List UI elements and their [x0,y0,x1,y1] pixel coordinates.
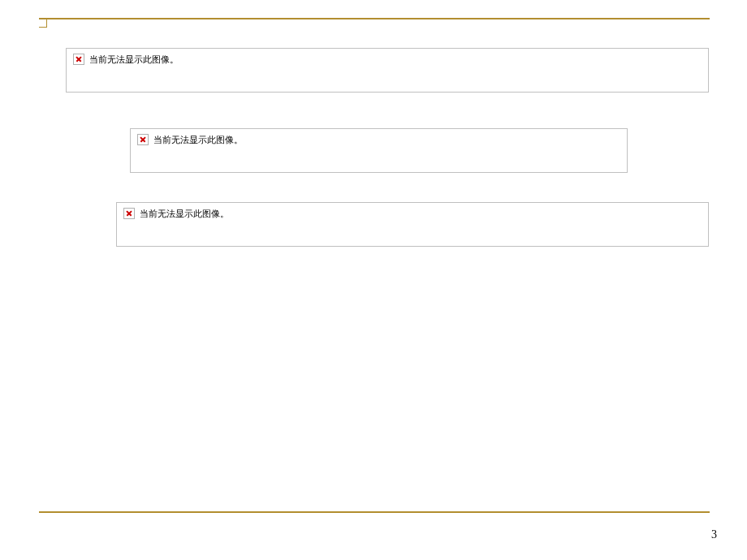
image-placeholder-1: 当前无法显示此图像。 [66,48,709,93]
placeholder-content: 当前无法显示此图像。 [67,49,708,70]
broken-image-icon [123,208,135,219]
image-placeholder-3: 当前无法显示此图像。 [116,202,709,247]
broken-image-icon [137,134,149,145]
placeholder-text: 当前无法显示此图像。 [153,134,243,145]
page-number: 3 [711,528,717,541]
placeholder-content: 当前无法显示此图像。 [131,129,627,150]
broken-image-icon [73,54,84,65]
placeholder-text: 当前无法显示此图像。 [89,54,179,65]
placeholder-content: 当前无法显示此图像。 [117,203,708,224]
corner-decoration [39,19,47,28]
image-placeholder-2: 当前无法显示此图像。 [130,128,628,173]
placeholder-text: 当前无法显示此图像。 [140,208,229,219]
